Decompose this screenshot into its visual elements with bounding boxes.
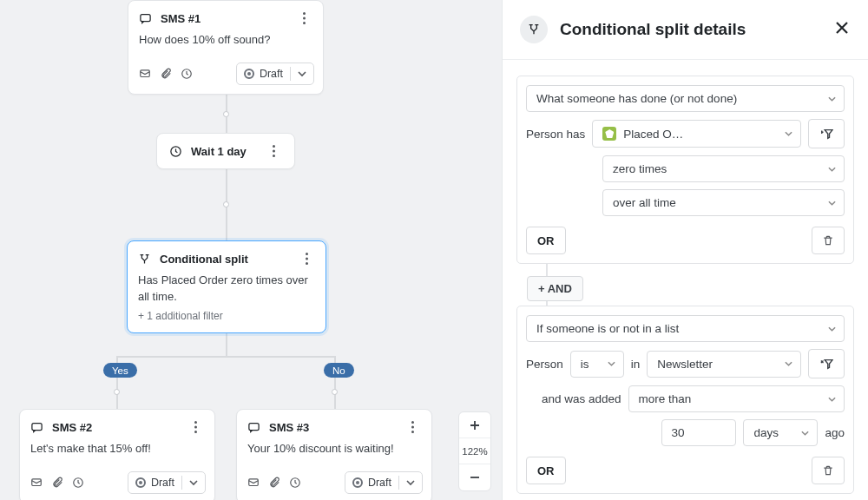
split-icon [138, 253, 151, 266]
message-icon [139, 68, 151, 80]
status-dropdown[interactable]: Draft [236, 62, 314, 85]
select-value: If someone is or not in a list [536, 322, 679, 335]
zoom-in-button[interactable] [459, 412, 490, 438]
or-button[interactable]: OR [526, 227, 566, 254]
node-menu-button[interactable] [295, 10, 312, 27]
node-footer-icons [139, 68, 193, 80]
chevron-down-icon [785, 360, 792, 368]
connector-dot [114, 389, 120, 395]
schedule-icon [72, 477, 84, 489]
node-title: SMS #3 [269, 421, 395, 434]
comparator-select[interactable]: more than [628, 385, 845, 412]
message-icon [30, 477, 43, 489]
node-sms-3[interactable]: SMS #3 Your 10% discount is waiting! Dra… [236, 409, 432, 500]
sms-icon [30, 421, 43, 434]
node-title: SMS #2 [52, 421, 178, 434]
is-select[interactable]: is [570, 351, 624, 378]
chevron-down-icon [189, 478, 198, 487]
node-menu-button[interactable] [187, 418, 204, 436]
node-title: Conditional split [160, 253, 289, 266]
chevron-down-icon [828, 199, 836, 207]
status-dropdown[interactable]: Draft [128, 471, 206, 494]
svg-rect-19 [249, 423, 259, 430]
select-value: more than [639, 392, 692, 405]
branch-pill-no: No [324, 363, 354, 378]
timeframe-select[interactable]: over all time [602, 189, 845, 216]
status-dot-icon [135, 477, 146, 488]
select-value: is [581, 358, 589, 371]
svg-point-1 [303, 12, 306, 15]
attachment-icon [268, 477, 280, 489]
select-value: What someone has done (or not done) [536, 92, 737, 105]
split-icon [520, 16, 548, 43]
list-select[interactable]: Newsletter [647, 351, 801, 378]
message-icon [247, 477, 260, 489]
status-dot-icon [352, 477, 363, 488]
delete-rule-button[interactable] [812, 457, 845, 484]
and-chip[interactable]: + AND [527, 276, 583, 301]
conditional-split-panel: Conditional split details What someone h… [502, 0, 868, 500]
svg-point-8 [273, 150, 275, 153]
chevron-down-icon [801, 429, 809, 437]
select-value: days [753, 426, 779, 439]
condition-type-select[interactable]: If someone is or not in a list [526, 315, 845, 342]
node-sms-2[interactable]: SMS #2 Let's make that 15% off! Draft [19, 409, 215, 500]
node-wait[interactable]: Wait 1 day [156, 133, 295, 169]
flow-canvas[interactable]: SMS #1 How does 10% off sound? Draft Wai… [0, 0, 502, 500]
chevron-down-icon [785, 130, 792, 138]
added-label: and was added [542, 392, 621, 405]
sms-icon [247, 421, 260, 434]
delete-rule-button[interactable] [812, 227, 845, 254]
number-input[interactable] [661, 419, 736, 446]
or-button[interactable]: OR [526, 457, 566, 484]
zoom-out-button[interactable] [459, 464, 490, 490]
chevron-down-icon [406, 478, 415, 487]
svg-rect-13 [32, 423, 42, 430]
status-label: Draft [151, 477, 174, 489]
add-filter-button[interactable] [808, 119, 845, 148]
select-value: Newsletter [657, 358, 713, 371]
svg-rect-0 [141, 14, 150, 21]
svg-rect-4 [141, 70, 150, 77]
node-conditional-split[interactable]: Conditional split Has Placed Order zero … [127, 240, 326, 333]
attachment-icon [51, 477, 63, 489]
person-label: Person [526, 358, 563, 371]
clock-icon [169, 145, 182, 158]
chevron-down-icon [828, 165, 836, 173]
status-dot-icon [244, 69, 254, 79]
svg-point-3 [303, 22, 306, 24]
metric-select[interactable]: Placed O… [592, 120, 801, 148]
person-has-label: Person has [526, 128, 585, 141]
rule-group-2: If someone is or not in a list Person is… [516, 306, 854, 494]
node-menu-button[interactable] [265, 142, 282, 160]
node-sms-1[interactable]: SMS #1 How does 10% off sound? Draft [128, 0, 324, 95]
zoom-value: 122% [459, 438, 490, 464]
count-select[interactable]: zero times [602, 155, 845, 182]
unit-select[interactable]: days [743, 419, 818, 446]
status-dropdown[interactable]: Draft [345, 471, 423, 494]
select-value: Placed O… [623, 128, 683, 141]
svg-point-9 [273, 155, 275, 157]
svg-point-10 [306, 253, 308, 255]
ago-label: ago [825, 426, 845, 439]
svg-point-15 [194, 426, 197, 429]
chevron-down-icon [608, 360, 615, 368]
node-footer-icons [30, 477, 84, 489]
close-button[interactable] [833, 19, 851, 40]
select-value: over all time [613, 196, 676, 209]
node-body: How does 10% off sound? [128, 30, 323, 57]
node-title: SMS #1 [161, 12, 286, 25]
in-label: in [631, 358, 641, 371]
condition-type-select[interactable]: What someone has done (or not done) [526, 85, 845, 112]
remove-filter-button[interactable] [808, 349, 845, 378]
node-subtext: + 1 additional filter [138, 309, 315, 324]
chevron-down-icon [298, 69, 306, 78]
connector-line [116, 356, 336, 358]
svg-point-11 [306, 258, 308, 260]
branch-pill-yes: Yes [103, 363, 137, 378]
node-menu-button[interactable] [404, 418, 421, 436]
node-title: Wait 1 day [191, 145, 256, 158]
node-menu-button[interactable] [298, 250, 315, 267]
connector-dot [223, 111, 229, 117]
svg-rect-23 [249, 479, 259, 486]
